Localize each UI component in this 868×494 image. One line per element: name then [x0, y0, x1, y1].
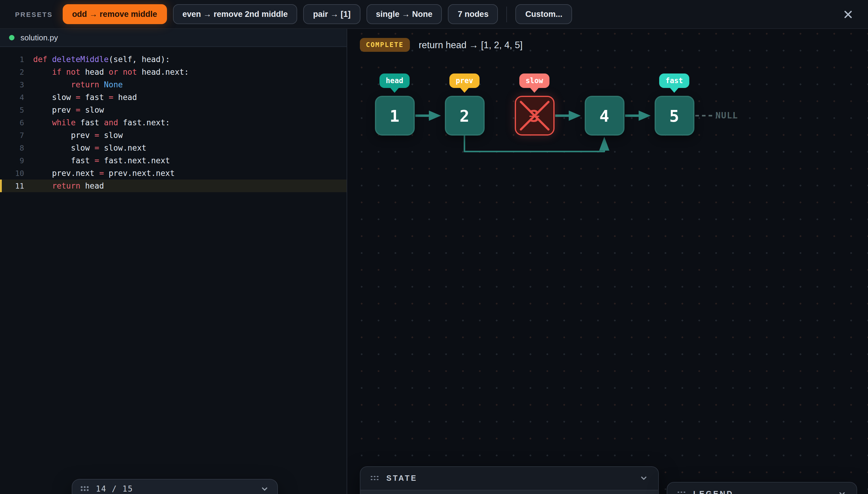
pointer-tag-fast: fast: [659, 74, 689, 88]
close-button[interactable]: [840, 6, 856, 22]
line-number: 3: [0, 78, 24, 91]
code-text: if not head or not head.next:: [33, 66, 189, 78]
node-value: 2: [460, 106, 469, 125]
line-number: 8: [0, 141, 24, 154]
visualization-canvas[interactable]: COMPLETE return head → [1, 2, 4, 5] 1hea…: [347, 29, 868, 494]
pointer-tag-tail: [670, 88, 679, 93]
pointer-tag-slow: slow: [519, 74, 550, 88]
code-line-5: 5 prev = slow: [0, 103, 347, 116]
toolbar-divider: [506, 6, 507, 22]
presets-toolbar: PRESETS odd → remove middleeven → remove…: [0, 0, 868, 29]
legend-panel-header[interactable]: LEGEND: [667, 482, 856, 494]
pointer-tag-head: head: [379, 74, 410, 88]
list-node-2: 2prev: [445, 96, 484, 136]
chevron-down-icon: [260, 484, 269, 493]
app-window: PRESETS odd → remove middleeven → remove…: [0, 0, 868, 494]
chevron-down-icon: [640, 474, 648, 482]
main-split: solution.py 1def deleteMiddle(self, head…: [0, 29, 868, 494]
node-value: 3: [530, 106, 539, 125]
code-text: prev = slow: [33, 103, 104, 116]
drag-handle-icon[interactable]: [371, 476, 379, 481]
status-row: COMPLETE return head → [1, 2, 4, 5]: [360, 38, 523, 52]
pointer-tag-tail: [390, 88, 399, 93]
legend-panel: LEGEND: [667, 482, 857, 494]
presets-label: PRESETS: [15, 11, 53, 18]
status-text: return head → [1, 2, 4, 5]: [419, 39, 523, 50]
preset-button-0[interactable]: odd → remove middle: [62, 4, 167, 24]
list-node-1: 1head: [375, 96, 414, 136]
code-text: slow = slow.next: [33, 141, 146, 154]
code-line-2: 2 if not head or not head.next:: [0, 66, 347, 78]
code-line-8: 8 slow = slow.next: [0, 141, 347, 154]
playback-header: 14 / 15: [72, 479, 277, 494]
editor-tab-bar: solution.py: [0, 29, 347, 47]
code-text: while fast and fast.next:: [33, 116, 170, 129]
node-box: 5: [654, 96, 694, 136]
code-text: prev = slow: [33, 129, 123, 141]
code-text: slow = fast = head: [33, 91, 137, 103]
state-collapse-button[interactable]: [640, 474, 648, 482]
close-icon: [843, 9, 853, 20]
code-text: def deleteMiddle(self, head):: [33, 53, 170, 66]
state-panel-content: [361, 490, 658, 494]
line-number: 9: [0, 154, 24, 167]
state-panel: STATE: [360, 466, 659, 494]
code-line-3: 3 return None: [0, 78, 347, 91]
null-label: NULL: [716, 111, 738, 120]
code-line-1: 1def deleteMiddle(self, head):: [0, 53, 347, 66]
code-editor-panel: solution.py 1def deleteMiddle(self, head…: [0, 29, 347, 494]
line-number: 7: [0, 129, 24, 141]
legend-panel-title: LEGEND: [693, 490, 734, 494]
custom-preset-button[interactable]: Custom...: [516, 4, 572, 24]
pointer-tag-tail: [460, 88, 469, 93]
status-badge: COMPLETE: [360, 38, 410, 52]
line-number: 6: [0, 116, 24, 129]
line-number: 4: [0, 91, 24, 103]
pointer-tag-prev: prev: [449, 74, 480, 88]
preset-button-3[interactable]: single → None: [366, 4, 442, 24]
playback-collapse-button[interactable]: [260, 484, 269, 493]
file-tab[interactable]: solution.py: [20, 33, 58, 42]
node-box: 1: [375, 96, 414, 136]
node-value: 1: [390, 106, 400, 125]
line-number: 2: [0, 66, 24, 78]
state-panel-header[interactable]: STATE: [361, 467, 658, 490]
state-panel-title: STATE: [386, 474, 418, 482]
code-line-10: 10 prev.next = prev.next.next: [0, 167, 347, 179]
playback-panel: 14 / 15 SPEED 1x: [72, 479, 278, 494]
code-text: return None: [33, 78, 123, 91]
line-number: 10: [0, 167, 24, 179]
code-line-9: 9 fast = fast.next.next: [0, 154, 347, 167]
line-number: 5: [0, 103, 24, 116]
line-number: 11: [0, 179, 24, 192]
code-text: return head: [33, 179, 104, 192]
code-line-11: 11 return head: [0, 179, 347, 192]
node-value: 5: [669, 106, 679, 125]
line-number: 1: [0, 53, 24, 66]
deleted-node-box: 3: [515, 96, 554, 136]
preset-button-1[interactable]: even → remove 2nd middle: [173, 4, 297, 24]
node-box: 2: [445, 96, 484, 136]
pointer-tag-tail: [530, 88, 539, 93]
list-node-4: 4: [585, 96, 624, 136]
file-status-dot-icon: [9, 35, 15, 40]
node-value: 4: [599, 106, 609, 125]
preset-button-2[interactable]: pair → [1]: [303, 4, 361, 24]
code-line-7: 7 prev = slow: [0, 129, 347, 141]
drag-handle-icon[interactable]: [678, 491, 686, 494]
code-view[interactable]: 1def deleteMiddle(self, head):2 if not h…: [0, 47, 347, 192]
list-node-5: 5fast: [654, 96, 694, 136]
code-text: prev.next = prev.next.next: [33, 167, 175, 179]
drag-handle-icon[interactable]: [81, 486, 89, 492]
legend-collapse-button[interactable]: [838, 490, 846, 494]
chevron-down-icon: [838, 490, 846, 494]
code-text: fast = fast.next.next: [33, 154, 170, 167]
code-line-6: 6 while fast and fast.next:: [0, 116, 347, 129]
preset-buttons: odd → remove middleeven → remove 2nd mid…: [62, 4, 498, 24]
step-counter: 14 / 15: [96, 484, 133, 493]
node-box: 4: [585, 96, 624, 136]
preset-button-4[interactable]: 7 nodes: [448, 4, 498, 24]
code-line-4: 4 slow = fast = head: [0, 91, 347, 103]
list-node-3: 3slow: [515, 96, 554, 136]
